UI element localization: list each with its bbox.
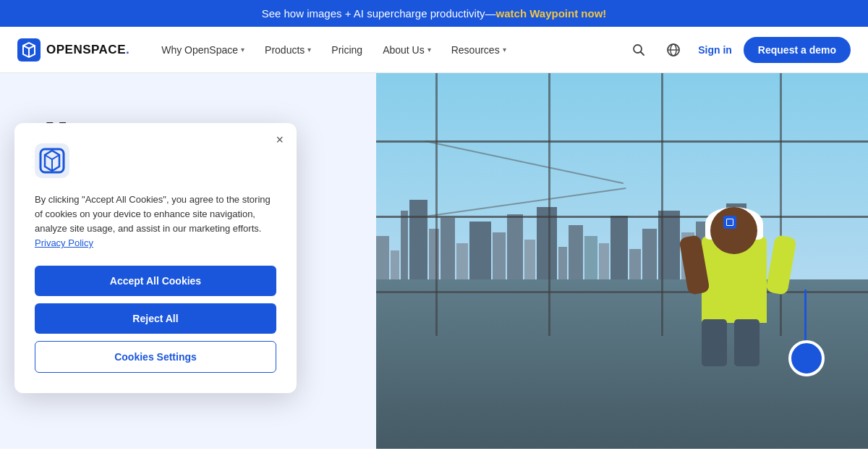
- banner-text: See how images + AI supercharge producti…: [262, 7, 496, 20]
- cookie-logo-icon: [35, 143, 69, 178]
- cookie-body-text: By clicking "Accept All Cookies", you ag…: [35, 193, 276, 251]
- accept-cookies-button[interactable]: Accept All Cookies: [35, 266, 276, 296]
- chevron-down-icon: ▾: [427, 46, 431, 54]
- top-banner: See how images + AI supercharge producti…: [0, 0, 868, 27]
- reject-cookies-button[interactable]: Reject All: [35, 303, 276, 334]
- logo-text: OPENSPACE.: [46, 43, 129, 57]
- header-actions: Sign in Request a demo: [626, 37, 851, 63]
- chevron-down-icon: ▾: [241, 46, 244, 54]
- cookie-modal: × By clicking "Accept All Cookies", you …: [14, 123, 297, 393]
- chevron-down-icon: ▾: [307, 46, 311, 54]
- cookie-close-button[interactable]: ×: [276, 133, 284, 146]
- banner-highlight[interactable]: watch Waypoint now!: [496, 7, 607, 20]
- cookie-settings-button[interactable]: Cookies Settings: [35, 341, 276, 373]
- search-icon: [631, 43, 646, 57]
- worker-scene: [376, 73, 868, 449]
- nav-about-us[interactable]: About Us ▾: [374, 38, 440, 62]
- tracking-dot: [788, 340, 825, 376]
- nav-why-openspace[interactable]: Why OpenSpace ▾: [153, 38, 253, 62]
- nav-products[interactable]: Products ▾: [256, 38, 320, 62]
- worker-figure: [680, 193, 796, 366]
- svg-line-2: [641, 51, 644, 55]
- request-demo-button[interactable]: Request a demo: [744, 37, 851, 63]
- globe-button[interactable]: [660, 37, 686, 63]
- globe-icon: [666, 43, 681, 57]
- logo[interactable]: OPENSPACE.: [17, 38, 129, 62]
- header: OPENSPACE. Why OpenSpace ▾ Products ▾ Pr…: [0, 27, 868, 73]
- sign-in-button[interactable]: Sign in: [695, 38, 735, 62]
- nav-resources[interactable]: Resources ▾: [443, 38, 515, 62]
- privacy-policy-link[interactable]: Privacy Policy: [35, 237, 93, 248]
- search-button[interactable]: [626, 37, 652, 63]
- hero-image: [376, 73, 868, 449]
- chevron-down-icon: ▾: [503, 46, 506, 54]
- nav-pricing[interactable]: Pricing: [323, 38, 371, 62]
- main-nav: Why OpenSpace ▾ Products ▾ Pricing About…: [153, 38, 626, 62]
- logo-icon: [17, 38, 41, 62]
